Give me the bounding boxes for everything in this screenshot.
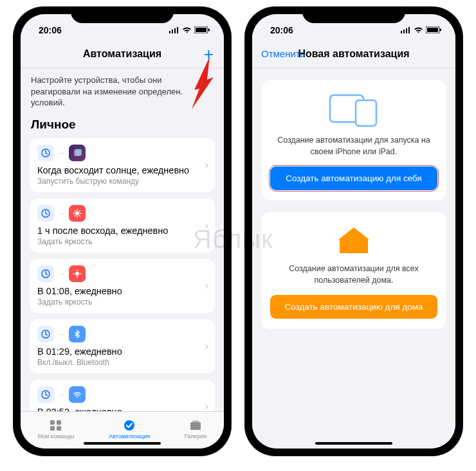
chevron-right-icon: › bbox=[205, 341, 208, 352]
arrow-icon: → bbox=[58, 330, 65, 338]
svg-line-20 bbox=[79, 210, 80, 211]
svg-marker-7 bbox=[192, 57, 214, 109]
clock-icon bbox=[37, 326, 54, 342]
callout-arrow bbox=[163, 54, 221, 114]
svg-rect-1 bbox=[172, 30, 173, 33]
page-title: Новая автоматизация bbox=[298, 48, 409, 60]
tab-label: Галерея bbox=[185, 433, 207, 440]
shortcuts-icon bbox=[69, 145, 86, 161]
personal-automation-card: Создание автоматизации для запуска на св… bbox=[261, 80, 446, 200]
create-home-automation-button[interactable]: Создать автоматизацию для дома bbox=[270, 295, 437, 319]
chevron-right-icon: › bbox=[205, 280, 208, 292]
svg-point-29 bbox=[77, 396, 78, 398]
svg-rect-0 bbox=[169, 31, 170, 33]
svg-line-19 bbox=[75, 215, 75, 216]
automation-item[interactable]: → Когда восходит солнце, ежедневно Запус… bbox=[30, 138, 215, 192]
svg-rect-41 bbox=[406, 28, 407, 33]
tab-my-commands[interactable]: Мои команды bbox=[38, 419, 75, 440]
home-indicator[interactable] bbox=[84, 442, 161, 445]
svg-line-17 bbox=[75, 210, 75, 211]
home-automation-card: Создание автоматизации для всех пользова… bbox=[261, 212, 446, 329]
phone-right: 20:06 Отменить Новая автоматизация bbox=[244, 6, 463, 456]
page-title: Автоматизация bbox=[83, 48, 161, 60]
automation-title: В 01:29, ежедневно bbox=[37, 346, 207, 357]
status-indicators bbox=[169, 25, 210, 35]
automation-item[interactable]: → 1 ч после восхода, ежедневно Задать яр… bbox=[30, 199, 215, 253]
create-personal-automation-button[interactable]: Создать автоматизацию для себя bbox=[270, 166, 437, 190]
automation-item[interactable]: → В 01:08, ежедневно Задать яркость › bbox=[30, 259, 215, 313]
automation-subtitle: Вкл./выкл. Bluetooth bbox=[37, 358, 207, 367]
signal-icon bbox=[401, 25, 411, 35]
svg-rect-47 bbox=[356, 100, 376, 126]
devices-icon bbox=[270, 91, 437, 127]
arrow-icon: → bbox=[58, 149, 65, 157]
clock-icon bbox=[37, 145, 54, 161]
status-time: 20:06 bbox=[39, 25, 62, 35]
automation-subtitle: Запустить быструю команду bbox=[37, 177, 207, 186]
section-header: Личное bbox=[30, 115, 215, 138]
notch bbox=[302, 6, 405, 23]
svg-rect-2 bbox=[174, 28, 176, 33]
chevron-right-icon: › bbox=[205, 220, 208, 231]
clock-icon bbox=[37, 265, 54, 282]
clock-icon bbox=[37, 205, 54, 222]
automation-title: В 01:08, ежедневно bbox=[37, 286, 207, 296]
battery-icon bbox=[194, 25, 210, 35]
screen-right: 20:06 Отменить Новая автоматизация bbox=[252, 14, 455, 449]
wifi-icon bbox=[182, 25, 192, 35]
svg-point-36 bbox=[124, 420, 134, 431]
cancel-button[interactable]: Отменить bbox=[261, 48, 306, 59]
automation-subtitle: Задать яркость bbox=[37, 298, 207, 307]
brightness-icon bbox=[69, 205, 86, 222]
card-description: Создание автоматизации для всех пользова… bbox=[270, 263, 437, 286]
svg-rect-40 bbox=[403, 30, 405, 33]
home-indicator[interactable] bbox=[315, 442, 392, 445]
svg-rect-3 bbox=[177, 27, 178, 33]
arrow-icon: → bbox=[58, 391, 65, 398]
card-description: Создание автоматизации для запуска на св… bbox=[270, 135, 437, 157]
svg-rect-6 bbox=[208, 29, 210, 31]
tab-gallery[interactable]: Галерея bbox=[185, 419, 207, 440]
svg-point-12 bbox=[75, 211, 79, 215]
bluetooth-icon bbox=[69, 326, 86, 342]
chevron-right-icon: › bbox=[205, 401, 208, 411]
automation-subtitle: Задать яркость bbox=[37, 237, 207, 246]
chevron-right-icon: › bbox=[205, 159, 208, 171]
wifi-chip-icon bbox=[69, 386, 86, 403]
svg-rect-10 bbox=[75, 149, 82, 156]
nav-bar: Отменить Новая автоматизация bbox=[252, 40, 455, 68]
wifi-icon bbox=[414, 25, 423, 35]
automation-title: Когда восходит солнце, ежедневно bbox=[37, 165, 207, 175]
status-time: 20:06 bbox=[270, 25, 293, 35]
screen-left: 20:06 Автоматизация + Настройте устройст… bbox=[21, 14, 224, 449]
svg-rect-5 bbox=[196, 28, 206, 32]
svg-line-18 bbox=[79, 215, 80, 216]
svg-rect-44 bbox=[427, 28, 438, 32]
clock-icon bbox=[37, 386, 54, 403]
content-left[interactable]: Настройте устройства, чтобы они реагиров… bbox=[21, 68, 224, 411]
svg-rect-33 bbox=[57, 420, 61, 425]
svg-rect-42 bbox=[408, 27, 410, 33]
svg-rect-45 bbox=[440, 29, 441, 31]
automation-item[interactable]: → В 03:52, ежедневно Вкл./выкл. Wi-Fi › bbox=[30, 380, 215, 411]
automation-item[interactable]: → В 01:29, ежедневно Вкл./выкл. Bluetoot… bbox=[30, 319, 215, 373]
tab-label: Мои команды bbox=[38, 433, 75, 440]
svg-rect-39 bbox=[401, 31, 402, 33]
content-right: Создание автоматизации для запуска на св… bbox=[252, 68, 455, 449]
arrow-icon: → bbox=[58, 209, 65, 217]
automation-title: 1 ч после восхода, ежедневно bbox=[37, 226, 207, 236]
tab-automation[interactable]: Автоматизация bbox=[109, 419, 150, 440]
status-indicators bbox=[401, 25, 441, 35]
battery-icon bbox=[426, 25, 441, 35]
arrow-icon: → bbox=[58, 270, 65, 278]
svg-rect-35 bbox=[57, 426, 61, 431]
svg-rect-38 bbox=[192, 420, 199, 422]
svg-rect-37 bbox=[190, 422, 201, 430]
home-icon bbox=[270, 224, 437, 256]
notch bbox=[71, 6, 174, 23]
svg-point-22 bbox=[75, 272, 79, 276]
automation-title: В 03:52, ежедневно bbox=[37, 407, 207, 411]
svg-rect-32 bbox=[50, 420, 55, 425]
phone-left: 20:06 Автоматизация + Настройте устройст… bbox=[13, 6, 232, 456]
brightness-icon bbox=[69, 265, 86, 282]
